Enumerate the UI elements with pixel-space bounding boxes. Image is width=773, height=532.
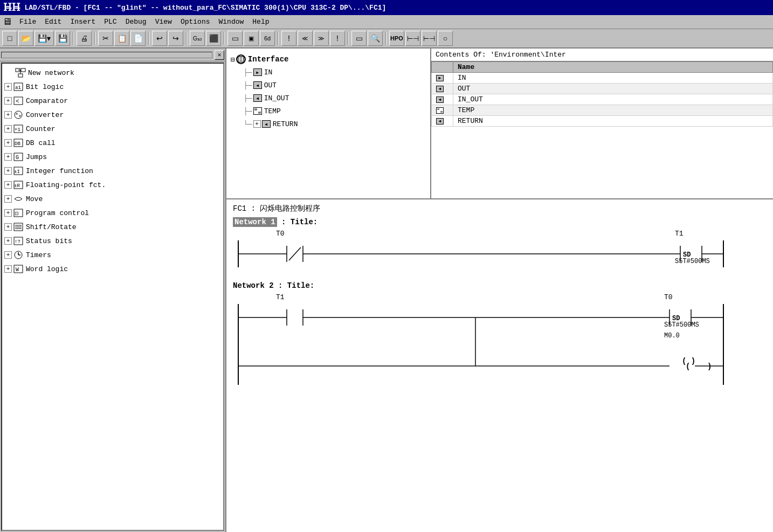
menu-insert[interactable]: Insert: [66, 17, 100, 27]
tree-item-integer-function[interactable]: + ±I Integer function: [2, 164, 223, 178]
move-expand[interactable]: +: [4, 195, 12, 203]
counter-expand[interactable]: +: [4, 125, 12, 133]
shift-rotate-expand[interactable]: +: [4, 223, 12, 231]
tb-btn4[interactable]: ▣: [244, 31, 259, 46]
tree-item-program-control[interactable]: + ⊡ Program control: [2, 206, 223, 220]
db-call-expand[interactable]: +: [4, 139, 12, 147]
tb-btn8[interactable]: ≫: [314, 31, 329, 46]
temp-row-icon: [436, 107, 448, 114]
tb-btn7[interactable]: ≪: [298, 31, 313, 46]
tb-btn6[interactable]: !: [281, 31, 296, 46]
tb-open[interactable]: 📂: [18, 31, 33, 46]
svg-text:±I: ±I: [14, 169, 20, 175]
tb-lad[interactable]: ▭: [351, 31, 367, 46]
tb-h3[interactable]: ○: [438, 31, 453, 46]
bit-logic-label: Bit logic: [26, 83, 64, 91]
table-row[interactable]: ◀ IN_OUT: [432, 94, 773, 105]
tree-item-jumps[interactable]: + G Jumps: [2, 150, 223, 164]
tree-item-move[interactable]: + Move: [2, 192, 223, 206]
menu-options[interactable]: Options: [176, 17, 215, 27]
timers-label: Timers: [26, 251, 51, 259]
sep4: [186, 32, 187, 45]
tb-save[interactable]: 💾: [55, 31, 70, 46]
tree-item-comparator[interactable]: + < Comparator: [2, 94, 223, 108]
tb-h1[interactable]: ⊢⊣: [405, 31, 420, 46]
tb-save-combo[interactable]: 💾▾: [34, 31, 54, 46]
bit-logic-expand[interactable]: +: [4, 83, 12, 91]
temp-icon: [253, 107, 262, 115]
tb-redo[interactable]: ↪: [168, 31, 183, 46]
sep2: [94, 32, 95, 45]
tb-btn1[interactable]: G₁₀: [190, 31, 205, 46]
network1: Network 1 : Title: T0 T1: [233, 218, 767, 273]
tb-btn3[interactable]: ▭: [227, 31, 243, 46]
interface-label: Interface: [248, 55, 289, 64]
tree-item-new-network[interactable]: New network: [2, 66, 223, 80]
row-temp-name: TEMP: [453, 105, 773, 116]
contents-header: Contents Of: 'Environment\Inter: [431, 49, 773, 61]
integer-function-expand[interactable]: +: [4, 167, 12, 175]
tb-cut[interactable]: ✂: [98, 31, 113, 46]
tree-item-status-bits[interactable]: + !? Status bits: [2, 234, 223, 248]
menu-file[interactable]: File: [15, 17, 40, 27]
jumps-label: Jumps: [26, 153, 47, 161]
converter-expand[interactable]: +: [4, 111, 12, 119]
close-button[interactable]: ✕: [215, 50, 224, 60]
code-area: FC1 : 闪烁电路控制程序 Network 1 : Title: T0 T1: [226, 199, 773, 532]
jumps-expand[interactable]: +: [4, 153, 12, 161]
interface-in-out: ├─ ◀ IN_OUT: [231, 92, 426, 105]
network1-title: Network 1 : Title:: [233, 218, 767, 226]
menu-window[interactable]: Window: [215, 17, 249, 27]
move-icon: [13, 194, 24, 204]
tb-btn5[interactable]: 6d: [260, 31, 275, 46]
tb-btn9[interactable]: !: [330, 31, 345, 46]
table-row[interactable]: ▶ IN: [432, 73, 773, 84]
tb-h2[interactable]: ⊢⊣: [422, 31, 437, 46]
menu-view[interactable]: View: [151, 17, 176, 27]
tb-copy[interactable]: 📋: [114, 31, 129, 46]
tb-new[interactable]: □: [2, 31, 17, 46]
comparator-label: Comparator: [26, 97, 68, 105]
comparator-icon: <: [13, 96, 24, 106]
interface-in: ├─ ▶ IN: [231, 66, 426, 79]
status-bits-label: Status bits: [26, 237, 72, 245]
table-row[interactable]: ◀ RETURN: [432, 116, 773, 127]
menu-plc[interactable]: PLC: [100, 17, 121, 27]
tree-item-db-call[interactable]: + DB DB call: [2, 136, 223, 150]
counter-icon: +1: [13, 124, 24, 134]
tree-item-converter[interactable]: + Converter: [2, 108, 223, 122]
menu-debug[interactable]: Debug: [121, 17, 151, 27]
tree-item-shift-rotate[interactable]: + Shift/Rotate: [2, 220, 223, 234]
svg-rect-2: [18, 74, 23, 77]
tree-item-word-logic[interactable]: + W Word logic: [2, 262, 223, 276]
return-expand[interactable]: +: [253, 120, 261, 128]
tree-item-bit-logic[interactable]: + a1 Bit logic: [2, 80, 223, 94]
floating-point-expand[interactable]: +: [4, 181, 12, 189]
table-row[interactable]: TEMP: [432, 105, 773, 116]
integer-function-icon: ±I: [13, 166, 24, 176]
table-row[interactable]: ◀ OUT: [432, 84, 773, 94]
tree-item-counter[interactable]: + +1 Counter: [2, 122, 223, 136]
program-control-expand[interactable]: +: [4, 209, 12, 217]
word-logic-expand[interactable]: +: [4, 265, 12, 273]
tb-undo[interactable]: ↩: [152, 31, 167, 46]
tb-zoom[interactable]: 🔍: [368, 31, 383, 46]
tb-paste[interactable]: 📄: [130, 31, 146, 46]
in-out-icon: ◀: [253, 94, 262, 102]
tree-item-timers[interactable]: + Timers: [2, 248, 223, 262]
n1-coil-label: T1: [675, 230, 684, 238]
sep5: [224, 32, 225, 45]
network2-label: Network 2: [233, 281, 274, 290]
timers-expand[interactable]: +: [4, 251, 12, 259]
status-bits-expand[interactable]: +: [4, 237, 12, 245]
in-label: IN: [264, 68, 273, 77]
menu-help[interactable]: Help: [248, 17, 273, 27]
menu-edit[interactable]: Edit: [40, 17, 66, 27]
temp-label: TEMP: [264, 107, 281, 115]
tb-btn2[interactable]: ⬛: [206, 31, 221, 46]
tb-hpo[interactable]: HPO: [389, 31, 404, 46]
tree-item-floating-point[interactable]: + ±R Floating-point fct.: [2, 178, 223, 192]
comparator-expand[interactable]: +: [4, 97, 12, 105]
main-layout: ✕ New network +: [0, 49, 773, 532]
tb-print[interactable]: 🖨: [77, 31, 92, 46]
